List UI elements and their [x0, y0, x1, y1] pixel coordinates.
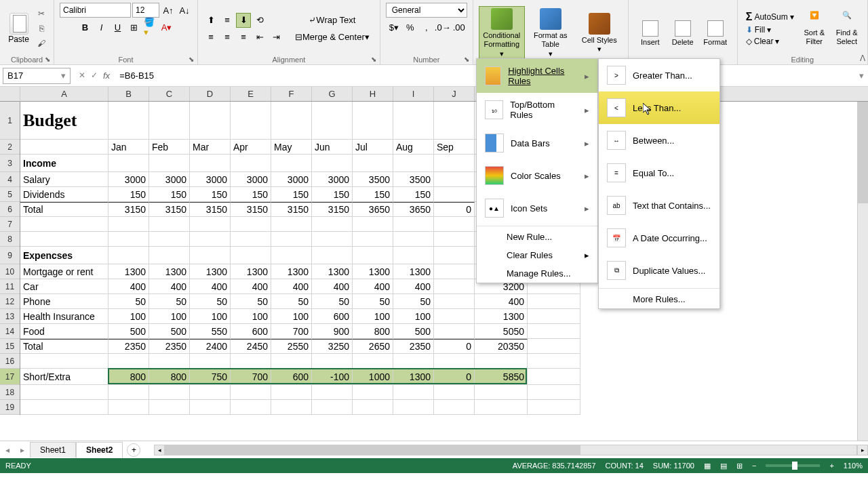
cell[interactable] [434, 172, 475, 187]
align-bottom-button[interactable]: ⬇ [236, 13, 251, 28]
cell[interactable]: 1300 [475, 309, 528, 324]
cell[interactable]: 750 [190, 369, 231, 385]
menu-new-rule[interactable]: New Rule... [477, 228, 597, 246]
col-header-F[interactable]: F [271, 87, 312, 101]
cell[interactable]: 0 [434, 202, 475, 217]
cell[interactable] [108, 247, 149, 264]
cell[interactable]: Health Insurance [20, 309, 108, 324]
cell[interactable]: Income [20, 155, 108, 172]
cell[interactable]: 550 [190, 324, 231, 339]
decrease-indent-button[interactable]: ⇤ [252, 30, 267, 45]
row-header-7[interactable]: 7 [0, 217, 20, 232]
menu-color-scales[interactable]: Color Scales▸ [477, 159, 597, 192]
row-header-2[interactable]: 2 [0, 140, 20, 155]
cell[interactable]: 1000 [353, 369, 393, 385]
col-header-C[interactable]: C [149, 87, 190, 101]
cell[interactable]: 3000 [108, 172, 149, 187]
row-header-3[interactable]: 3 [0, 155, 20, 172]
cell[interactable] [20, 217, 108, 232]
cell[interactable] [20, 400, 108, 415]
cell[interactable] [190, 155, 231, 172]
cell[interactable] [353, 400, 393, 415]
cell[interactable]: 100 [393, 309, 434, 324]
cancel-formula-button[interactable]: ✕ [79, 70, 85, 81]
cell[interactable] [434, 294, 475, 309]
cell[interactable] [271, 354, 312, 369]
col-header-B[interactable]: B [108, 87, 149, 101]
cell[interactable]: 3650 [353, 202, 393, 217]
zoom-slider[interactable] [766, 464, 820, 467]
submenu-less-than[interactable]: <Less Than... [599, 92, 719, 124]
cell[interactable] [475, 400, 528, 415]
cell[interactable]: 2650 [353, 339, 393, 354]
tab-sheet2[interactable]: Sheet2 [76, 442, 123, 458]
cell[interactable] [528, 294, 580, 309]
menu-icon-sets[interactable]: ●▲Icon Sets▸ [477, 192, 597, 224]
name-box[interactable]: B17▾ [3, 68, 71, 84]
cell[interactable] [528, 385, 580, 400]
cell[interactable] [271, 232, 312, 247]
row-header-15[interactable]: 15 [0, 339, 20, 354]
cell[interactable] [434, 155, 475, 172]
cell[interactable]: 1300 [393, 369, 434, 385]
insert-cells-button[interactable]: Insert [634, 19, 667, 47]
cell[interactable] [393, 400, 434, 415]
cell[interactable]: 600 [312, 309, 353, 324]
cell[interactable]: 5050 [475, 324, 528, 339]
cell[interactable] [231, 102, 271, 140]
cell[interactable]: 0 [434, 339, 475, 354]
cell[interactable]: Apr [231, 140, 271, 155]
cell[interactable]: 1300 [149, 264, 190, 279]
fill-color-button[interactable]: 🪣▾ [143, 20, 158, 35]
cell[interactable]: Sep [434, 140, 475, 155]
cell[interactable] [393, 247, 434, 264]
hscroll-right[interactable]: ▸ [857, 445, 868, 455]
decrease-font-button[interactable]: A↓ [177, 3, 192, 18]
cell[interactable] [312, 217, 353, 232]
cell[interactable] [434, 102, 475, 140]
cell[interactable] [528, 339, 580, 354]
cell[interactable]: 100 [190, 309, 231, 324]
menu-highlight-cells-rules[interactable]: Highlight Cells Rules▸ [477, 59, 597, 93]
cell[interactable]: Budget [20, 102, 108, 140]
cell[interactable]: 400 [353, 279, 393, 294]
collapse-ribbon-button[interactable]: ᐱ [860, 54, 865, 63]
cell[interactable] [434, 385, 475, 400]
col-header-H[interactable]: H [353, 87, 393, 101]
cell[interactable] [434, 264, 475, 279]
autosum-button[interactable]: ΣAutoSum ▾ [743, 10, 797, 24]
cell[interactable] [231, 385, 271, 400]
cell[interactable] [353, 385, 393, 400]
paste-button[interactable]: Paste [5, 13, 32, 44]
cell[interactable] [312, 385, 353, 400]
cell[interactable] [190, 385, 231, 400]
format-as-table-button[interactable]: Format as Table ▾ [528, 6, 574, 60]
cell[interactable]: 100 [271, 309, 312, 324]
cell[interactable]: 100 [108, 309, 149, 324]
conditional-formatting-button[interactable]: Conditional Formatting ▾ [479, 6, 525, 60]
cell[interactable] [149, 354, 190, 369]
cell[interactable] [434, 354, 475, 369]
cell[interactable] [393, 232, 434, 247]
cell[interactable] [231, 217, 271, 232]
cell[interactable]: 3150 [190, 202, 231, 217]
cell[interactable]: Food [20, 324, 108, 339]
cell[interactable]: Mortgage or rent [20, 264, 108, 279]
cell[interactable]: 3000 [231, 172, 271, 187]
cell[interactable] [528, 324, 580, 339]
find-select-button[interactable]: 🔍Find & Select [832, 11, 862, 46]
cell[interactable]: 50 [149, 294, 190, 309]
col-header-D[interactable]: D [190, 87, 231, 101]
add-sheet-button[interactable]: + [127, 443, 140, 457]
cell[interactable]: 3500 [393, 172, 434, 187]
row-header-1[interactable]: 1 [0, 102, 20, 140]
cell[interactable]: 150 [271, 187, 312, 202]
cell[interactable] [190, 217, 231, 232]
cell[interactable] [149, 247, 190, 264]
cell[interactable] [312, 232, 353, 247]
cell[interactable] [312, 102, 353, 140]
cell[interactable] [149, 217, 190, 232]
cell[interactable] [271, 400, 312, 415]
cell[interactable]: 3250 [312, 339, 353, 354]
view-layout-button[interactable]: ▤ [720, 462, 727, 470]
